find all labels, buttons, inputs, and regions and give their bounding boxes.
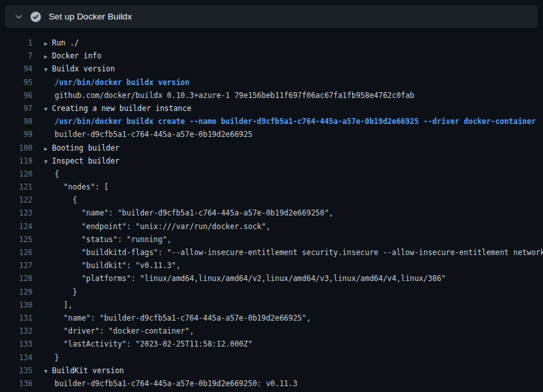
- line-number-link[interactable]: 98: [0, 115, 32, 128]
- step-header[interactable]: Set up Docker Buildx: [5, 5, 538, 28]
- log-line: 132 "driver": "docker-container",: [0, 325, 543, 337]
- log-command-text: /usr/bin/docker buildx version: [55, 76, 190, 89]
- log-output-text: builder-d9cfb5a1-c764-445a-a57e-0b19d2e6…: [55, 377, 297, 390]
- line-number-link[interactable]: 100: [0, 141, 32, 154]
- log-line: 124 "endpoint": "unix:///var/run/docker.…: [0, 220, 543, 233]
- log-viewer: 1▶Run ./7▶Docker info94▼Buildx version95…: [0, 28, 543, 390]
- log-line: 1▶Run ./: [0, 36, 543, 49]
- log-output-text: "name": "builder-d9cfb5a1-c764-445a-a57e…: [55, 206, 333, 219]
- line-number-link[interactable]: 131: [0, 312, 32, 325]
- line-number-link[interactable]: 128: [0, 272, 32, 285]
- line-number-link[interactable]: 126: [0, 246, 32, 259]
- log-output-text: "buildkit": "v0.11.3",: [55, 259, 181, 272]
- line-number-link[interactable]: 127: [0, 259, 32, 272]
- log-line: 119▼Inspect builder: [0, 154, 543, 167]
- log-group-title: Run ./: [52, 36, 79, 49]
- line-number-link[interactable]: 122: [0, 193, 32, 206]
- log-group-toggle[interactable]: ▶Run ./: [32, 36, 79, 50]
- log-group-toggle[interactable]: ▼BuildKit version: [32, 364, 124, 378]
- log-command-text: /usr/bin/docker buildx create --name bui…: [55, 115, 536, 128]
- log-line: 128 "platforms": "linux/amd64,linux/amd6…: [0, 272, 543, 285]
- log-line: 97▼Creating a new builder instance: [0, 102, 543, 115]
- line-number-link[interactable]: 1: [0, 36, 32, 49]
- log-group-toggle[interactable]: ▼Inspect builder: [32, 154, 120, 168]
- line-number-link[interactable]: 135: [0, 364, 32, 377]
- log-output-text: }: [55, 351, 59, 364]
- line-number-link[interactable]: 129: [0, 286, 32, 299]
- line-number-link[interactable]: 130: [0, 299, 32, 312]
- log-group-title: Buildx version: [52, 62, 115, 75]
- log-group-title: Inspect builder: [52, 154, 120, 167]
- log-line: 127 "buildkit": "v0.11.3",: [0, 259, 543, 272]
- triangle-down-icon: ▼: [44, 365, 52, 378]
- log-line: 122 {: [0, 193, 543, 206]
- log-output-text: "driver": "docker-container",: [55, 325, 194, 337]
- log-group-toggle[interactable]: ▶Docker info: [32, 49, 101, 63]
- log-output-text: github.com/docker/buildx 0.10.3+azure-1 …: [55, 89, 414, 102]
- line-number-link[interactable]: 124: [0, 220, 32, 233]
- triangle-down-icon: ▼: [44, 63, 52, 76]
- line-number-link[interactable]: 134: [0, 351, 32, 364]
- log-output-text: builder-d9cfb5a1-c764-445a-a57e-0b19d2e6…: [55, 128, 253, 141]
- log-line: 96github.com/docker/buildx 0.10.3+azure-…: [0, 89, 543, 102]
- log-output-text: {: [55, 167, 59, 180]
- triangle-down-icon: ▼: [44, 155, 52, 168]
- triangle-right-icon: ▶: [44, 50, 52, 63]
- log-line: 129 }: [0, 286, 543, 299]
- log-line: 95/usr/bin/docker buildx version: [0, 76, 543, 89]
- line-number-link[interactable]: 125: [0, 233, 32, 246]
- log-line: 123 "name": "builder-d9cfb5a1-c764-445a-…: [0, 206, 543, 219]
- log-group-title: Creating a new builder instance: [52, 102, 192, 115]
- line-number-link[interactable]: 120: [0, 167, 32, 180]
- log-group-title: Docker info: [52, 49, 101, 62]
- log-output-text: {: [55, 193, 77, 206]
- log-output-text: "platforms": "linux/amd64,linux/amd64/v2…: [55, 272, 446, 285]
- log-output-text: "name": "builder-d9cfb5a1-c764-445a-a57e…: [55, 312, 311, 325]
- log-line: 136builder-d9cfb5a1-c764-445a-a57e-0b19d…: [0, 377, 543, 390]
- line-number-link[interactable]: 121: [0, 180, 32, 193]
- log-output-text: "lastActivity": "2023-02-25T11:58:12.000…: [55, 337, 253, 350]
- triangle-right-icon: ▶: [44, 142, 52, 155]
- log-group-title: BuildKit version: [52, 364, 124, 377]
- line-number-link[interactable]: 136: [0, 377, 32, 390]
- chevron-down-icon[interactable]: [14, 12, 23, 21]
- log-output-text: }: [55, 286, 77, 299]
- log-line: 94▼Buildx version: [0, 62, 543, 75]
- log-line: 133 "lastActivity": "2023-02-25T11:58:12…: [0, 337, 543, 350]
- log-line: 100▶Booting builder: [0, 141, 543, 154]
- log-line: 134}: [0, 351, 543, 364]
- line-number-link[interactable]: 7: [0, 49, 32, 62]
- log-group-toggle[interactable]: ▼Buildx version: [32, 62, 115, 76]
- line-number-link[interactable]: 99: [0, 128, 32, 141]
- log-output-text: "status": "running",: [55, 233, 171, 246]
- line-number-link[interactable]: 95: [0, 76, 32, 89]
- log-group-title: Booting builder: [52, 141, 120, 154]
- log-output-text: "nodes": [: [55, 180, 108, 193]
- log-line: 126 "buildkitd-flags": "--allow-insecure…: [0, 246, 543, 259]
- log-line: 131 "name": "builder-d9cfb5a1-c764-445a-…: [0, 312, 543, 325]
- line-number-link[interactable]: 97: [0, 102, 32, 115]
- log-line: 135▼BuildKit version: [0, 364, 543, 377]
- log-output-text: "buildkitd-flags": "--allow-insecure-ent…: [55, 246, 543, 259]
- step-title: Set up Docker Buildx: [49, 12, 132, 21]
- line-number-link[interactable]: 94: [0, 62, 32, 75]
- log-line: 120{: [0, 167, 543, 180]
- log-output-text: "endpoint": "unix:///var/run/docker.sock…: [55, 220, 270, 233]
- log-group-toggle[interactable]: ▶Booting builder: [32, 141, 120, 155]
- line-number-link[interactable]: 119: [0, 154, 32, 167]
- log-output-text: ],: [55, 299, 73, 312]
- line-number-link[interactable]: 96: [0, 89, 32, 102]
- log-line: 99builder-d9cfb5a1-c764-445a-a57e-0b19d2…: [0, 128, 543, 141]
- line-number-link[interactable]: 123: [0, 206, 32, 219]
- log-line: 98/usr/bin/docker buildx create --name b…: [0, 115, 543, 128]
- triangle-right-icon: ▶: [44, 37, 52, 50]
- log-line: 7▶Docker info: [0, 49, 543, 62]
- triangle-down-icon: ▼: [44, 103, 52, 116]
- line-number-link[interactable]: 132: [0, 325, 32, 337]
- check-circle-icon: [31, 12, 41, 22]
- log-line: 125 "status": "running",: [0, 233, 543, 246]
- log-group-toggle[interactable]: ▼Creating a new builder instance: [32, 102, 192, 116]
- line-number-link[interactable]: 133: [0, 337, 32, 350]
- log-line: 121 "nodes": [: [0, 180, 543, 193]
- log-line: 130 ],: [0, 299, 543, 312]
